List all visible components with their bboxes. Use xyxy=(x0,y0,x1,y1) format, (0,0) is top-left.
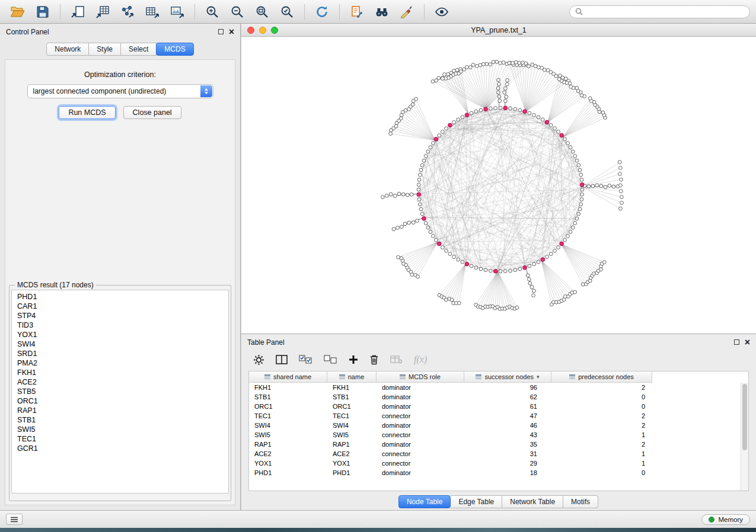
import-file-icon[interactable] xyxy=(66,2,90,21)
table-row[interactable]: TEC1TEC1connector472 xyxy=(249,411,748,421)
cell-predecessors[interactable]: 0 xyxy=(551,403,652,410)
cell-role[interactable]: dominator xyxy=(377,384,464,391)
cell-name[interactable]: STB1 xyxy=(327,393,377,400)
cell-role[interactable]: connector xyxy=(377,460,464,467)
cell-successors[interactable]: 47 xyxy=(464,412,551,419)
tab-mcds[interactable]: MCDS xyxy=(156,43,193,56)
mcds-result-list[interactable]: PHD1CAR1STP4TID3YOX1SWI4SRD1PMA2FKH1ACE2… xyxy=(11,290,229,493)
export-image-icon[interactable] xyxy=(165,2,189,21)
cell-name[interactable]: RAP1 xyxy=(327,441,377,448)
cell-predecessors[interactable]: 1 xyxy=(551,450,652,457)
table-scrollbar[interactable] xyxy=(741,383,748,491)
tab-network-table[interactable]: Network Table xyxy=(502,495,563,508)
table-row[interactable]: RAP1RAP1dominator352 xyxy=(249,440,748,449)
cell-successors[interactable]: 46 xyxy=(464,422,551,429)
mcds-node-item[interactable]: ACE2 xyxy=(12,377,228,387)
cell-name[interactable]: ACE2 xyxy=(327,450,377,457)
mcds-node-item[interactable]: RAP1 xyxy=(12,406,228,415)
mcds-node-item[interactable]: PHD1 xyxy=(12,292,228,302)
cell-name[interactable]: PHD1 xyxy=(327,469,377,476)
status-menu-icon[interactable] xyxy=(6,514,23,525)
cell-predecessors[interactable]: 2 xyxy=(551,422,652,429)
cell-name[interactable]: ORC1 xyxy=(327,403,377,410)
tab-edge-table[interactable]: Edge Table xyxy=(451,495,502,508)
table-row[interactable]: SWI5SWI5connector431 xyxy=(249,430,748,440)
cell-role[interactable]: connector xyxy=(377,431,464,438)
cell-role[interactable]: dominator xyxy=(377,441,464,448)
deselect-all-icon[interactable] xyxy=(324,355,337,364)
run-mcds-button[interactable]: Run MCDS xyxy=(59,106,115,119)
column-header-successor-nodes[interactable]: successor nodes ▾ xyxy=(464,371,551,383)
cell-name[interactable]: YOX1 xyxy=(327,460,377,467)
import-table-icon[interactable] xyxy=(91,2,114,21)
refresh-icon[interactable] xyxy=(310,2,334,21)
open-file-icon[interactable] xyxy=(6,2,30,21)
cell-role[interactable]: dominator xyxy=(377,393,464,400)
cell-role[interactable]: dominator xyxy=(377,469,464,476)
search-input[interactable] xyxy=(586,8,744,16)
mcds-node-item[interactable]: SWI4 xyxy=(12,339,228,349)
export-table-icon[interactable] xyxy=(141,2,164,21)
mcds-node-item[interactable]: GCR1 xyxy=(12,444,228,453)
cell-successors[interactable]: 61 xyxy=(464,403,551,410)
cell-predecessors[interactable]: 2 xyxy=(551,412,652,419)
cell-shared_name[interactable]: ACE2 xyxy=(249,450,327,457)
zoom-out-icon[interactable] xyxy=(225,2,249,21)
search-network-icon[interactable] xyxy=(370,2,394,21)
table-row[interactable]: PHD1PHD1dominator180 xyxy=(249,468,748,477)
cell-shared_name[interactable]: YOX1 xyxy=(249,460,327,467)
mcds-node-item[interactable]: TEC1 xyxy=(12,434,228,444)
table-row[interactable]: FKH1FKH1dominator962 xyxy=(249,383,748,392)
mcds-node-item[interactable]: ORC1 xyxy=(12,396,228,406)
tab-style[interactable]: Style xyxy=(89,43,121,56)
cell-shared_name[interactable]: SWI4 xyxy=(249,422,327,429)
cell-predecessors[interactable]: 1 xyxy=(551,431,652,438)
cell-predecessors[interactable]: 1 xyxy=(551,460,652,467)
cell-shared_name[interactable]: RAP1 xyxy=(249,441,327,448)
mcds-node-item[interactable]: PMA2 xyxy=(12,358,228,368)
cell-predecessors[interactable]: 0 xyxy=(551,469,652,476)
column-header-mcds-role[interactable]: MCDS role xyxy=(377,371,464,383)
split-view-icon[interactable] xyxy=(276,354,288,365)
cell-predecessors[interactable]: 0 xyxy=(551,393,652,400)
table-settings-icon[interactable] xyxy=(253,354,264,366)
float-table-panel-icon[interactable] xyxy=(734,339,739,345)
mcds-node-item[interactable]: TID3 xyxy=(12,321,228,330)
network-graph[interactable] xyxy=(241,37,756,334)
column-header-name[interactable]: name xyxy=(327,371,377,383)
table-row[interactable]: YOX1YOX1connector291 xyxy=(249,459,748,468)
criterion-dropdown[interactable]: largest connected component (undirected) xyxy=(27,84,213,98)
zoom-in-icon[interactable] xyxy=(200,2,224,21)
close-panel-icon[interactable]: × xyxy=(229,29,234,35)
cell-predecessors[interactable]: 2 xyxy=(551,441,652,448)
cell-shared_name[interactable]: FKH1 xyxy=(249,384,327,391)
cell-role[interactable]: connector xyxy=(377,450,464,457)
zoom-fit-icon[interactable] xyxy=(250,2,274,21)
cell-shared_name[interactable]: STB1 xyxy=(249,393,327,400)
cell-successors[interactable]: 96 xyxy=(464,384,551,391)
tab-network[interactable]: Network xyxy=(46,43,89,56)
cell-role[interactable]: dominator xyxy=(377,422,464,429)
mcds-node-item[interactable]: STB5 xyxy=(12,387,228,396)
show-graphics-icon[interactable] xyxy=(430,2,454,21)
cell-name[interactable]: FKH1 xyxy=(327,384,377,391)
mcds-node-item[interactable]: STB1 xyxy=(12,415,228,425)
hide-column-icon[interactable] xyxy=(390,355,403,364)
cell-successors[interactable]: 62 xyxy=(464,393,551,400)
table-row[interactable]: SWI4SWI4dominator462 xyxy=(249,421,748,430)
save-session-icon[interactable] xyxy=(31,2,55,21)
cell-shared_name[interactable]: PHD1 xyxy=(249,469,327,476)
cell-role[interactable]: connector xyxy=(377,412,464,419)
mcds-node-item[interactable]: SRD1 xyxy=(12,349,228,358)
memory-button[interactable]: Memory xyxy=(701,514,750,525)
cell-shared_name[interactable]: ORC1 xyxy=(249,403,327,410)
add-column-icon[interactable] xyxy=(349,355,358,364)
delete-column-icon[interactable] xyxy=(369,354,379,365)
export-network-icon[interactable] xyxy=(116,2,139,21)
column-header-shared-name[interactable]: shared name xyxy=(249,371,327,383)
cell-successors[interactable]: 29 xyxy=(464,460,551,467)
mcds-node-item[interactable]: FKH1 xyxy=(12,368,228,377)
table-row[interactable]: STB1STB1dominator620 xyxy=(249,392,748,402)
function-builder-icon[interactable]: f(x) xyxy=(414,354,427,365)
tab-select[interactable]: Select xyxy=(121,43,157,56)
